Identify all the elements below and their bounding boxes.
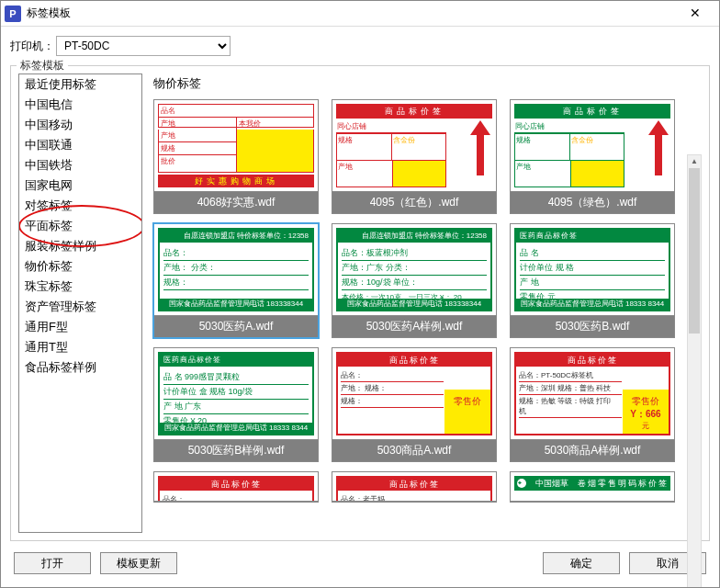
template-caption: 4068好实惠.wdf <box>154 192 318 213</box>
sidebar-item[interactable]: 中国电信 <box>19 95 141 115</box>
template-card[interactable]: 医药商品标价签品 名 999感冒灵颗粒计价单位 盒 规格 10g/袋产 地 广东… <box>153 347 319 462</box>
template-caption: 4095（红色）.wdf <box>332 192 496 213</box>
update-button[interactable]: 模板更新 <box>100 552 177 574</box>
sidebar-item[interactable]: 服装标签样例 <box>19 236 141 256</box>
template-caption: 4095（绿色）.wdf <box>511 192 674 213</box>
template-card[interactable]: 商品标价签品名：老干妈 <box>332 471 497 503</box>
sidebar-item[interactable]: 中国移动 <box>19 115 141 135</box>
template-card[interactable]: 商品标价签同心店铺规格含金份产地4095（绿色）.wdf <box>510 99 675 214</box>
template-caption: 5030医药B.wdf <box>511 316 674 337</box>
sidebar-item[interactable]: 最近使用标签 <box>19 74 141 95</box>
template-card[interactable]: 商品标价签品名：产地： 规格：规格：零售价5030商品A.wdf <box>332 347 497 462</box>
app-logo-icon: P <box>5 6 21 22</box>
template-card[interactable]: 商品标价签品名：PT-50DC标签机产地：深圳 规格：普热 科技规格：热敏 等级… <box>510 347 675 462</box>
sidebar-item[interactable]: 中国铁塔 <box>19 155 141 175</box>
sidebar-item[interactable]: 对签标签 <box>19 196 141 216</box>
template-caption: 5030医药A.wdf <box>154 316 318 337</box>
sidebar-item[interactable]: 资产管理标签 <box>19 297 141 317</box>
category-sidebar: 最近使用标签中国电信中国移动中国联通中国铁塔国家电网对签标签平面标签服装标签样例… <box>18 74 142 533</box>
template-caption: 5030医药A样例.wdf <box>332 316 496 337</box>
open-button[interactable]: 打开 <box>14 552 91 574</box>
template-card[interactable]: 商品标价签品名： <box>153 471 319 503</box>
template-card[interactable]: ✦中国烟草卷烟零售明码标价签 <box>510 471 675 503</box>
sidebar-item[interactable]: 通用F型 <box>19 317 141 337</box>
printer-label: 打印机： <box>10 39 56 54</box>
sidebar-item[interactable]: 国家电网 <box>19 175 141 196</box>
window-title: 标签模板 <box>27 6 675 21</box>
sidebar-item[interactable]: 珠宝标签 <box>19 277 141 297</box>
template-caption: 5030商品A.wdf <box>332 440 496 461</box>
template-card[interactable]: 商品标价签同心店铺规格含金份产地4095（红色）.wdf <box>332 99 497 214</box>
template-card[interactable]: 自愿连锁加盟店 特价标签单位：12358品名：产地： 分类：规格：元国家食品药品… <box>153 223 319 338</box>
sidebar-item[interactable]: 平面标签 <box>19 216 141 236</box>
template-card[interactable]: 品名产地本我价产地规格批价好实惠购物商场4068好实惠.wdf <box>153 99 319 214</box>
template-caption: 5030商品A样例.wdf <box>511 440 674 461</box>
sidebar-item[interactable]: 物价标签 <box>19 256 141 277</box>
close-button[interactable]: ✕ <box>675 1 715 27</box>
template-card[interactable]: 自愿连锁加盟店 特价标签单位：12358品名：板蓝根冲剂产地：广东 分类：规格：… <box>332 223 497 338</box>
ok-button[interactable]: 确定 <box>543 552 620 574</box>
sidebar-item[interactable]: 食品标签样例 <box>19 357 141 378</box>
sidebar-item[interactable]: 通用T型 <box>19 337 141 357</box>
templates-scroll[interactable]: 品名产地本我价产地规格批价好实惠购物商场4068好实惠.wdf商品标价签同心店铺… <box>150 99 702 533</box>
printer-select[interactable]: PT-50DC <box>56 36 231 56</box>
templates-heading: 物价标签 <box>150 74 702 99</box>
sidebar-item[interactable]: 中国联通 <box>19 135 141 155</box>
template-card[interactable]: 医药商品标价签品 名计价单位 规 格产 地零售价 元国家食品药品监督管理总局电话… <box>510 223 675 338</box>
fieldset-legend: 标签模板 <box>17 58 68 74</box>
template-caption: 5030医药B样例.wdf <box>154 440 318 461</box>
vertical-scrollbar[interactable]: ▲ ▼ <box>687 154 702 588</box>
